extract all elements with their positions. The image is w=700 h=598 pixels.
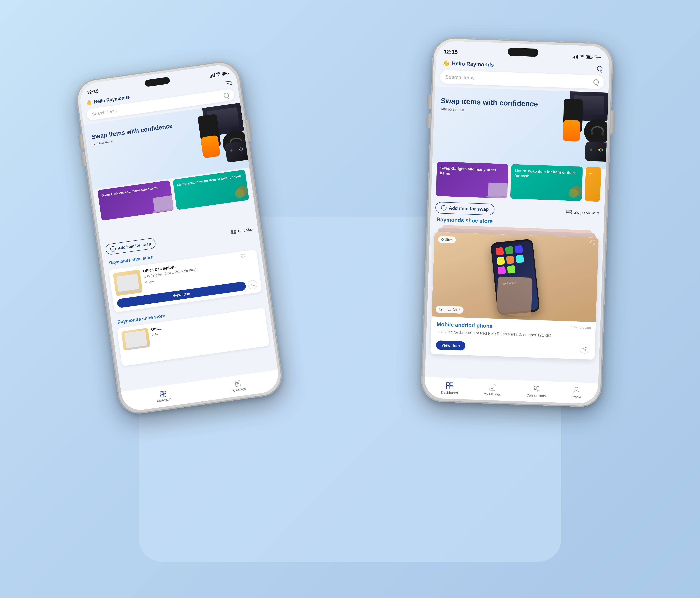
nav-dashboard-label-left: Dashboard <box>157 397 171 402</box>
power-btn-left[interactable] <box>246 119 252 140</box>
svg-line-48 <box>583 349 585 349</box>
app-icon-1 <box>495 247 504 256</box>
app-icon-7 <box>498 266 506 275</box>
bottom-nav-right: Dashboard My Listings <box>424 377 598 404</box>
svg-rect-49 <box>446 383 449 386</box>
cat-card-gadgets-right[interactable]: Swap Gadgets and many other items <box>436 161 508 199</box>
svg-rect-9 <box>231 230 233 232</box>
swap-type-badge-right: Item Cash <box>435 306 464 314</box>
signal-bars-right <box>572 55 578 59</box>
nav-listings-label-right: My Listings <box>483 392 501 396</box>
signal-bar-2 <box>211 75 212 78</box>
signal-bar-r1 <box>572 57 573 58</box>
hand-shape-right <box>497 277 532 316</box>
svg-rect-33 <box>601 131 604 136</box>
battery-icon-left <box>222 72 228 76</box>
search-text-right: Search items <box>445 74 591 85</box>
distance-text-left: 1km <box>148 280 154 283</box>
cat-card-cash-right[interactable]: List to swap item for item or item for c… <box>510 164 583 201</box>
add-swap-btn-left[interactable]: + Add item for swap <box>105 238 156 255</box>
cat-card-more-right[interactable]: ... <box>585 167 601 202</box>
swipe-view-icon-right <box>566 210 572 215</box>
svg-rect-32 <box>591 131 594 135</box>
wifi-icon-right <box>579 54 584 59</box>
status-time-right: 12:15 <box>444 49 458 55</box>
svg-point-57 <box>534 386 537 389</box>
svg-point-18 <box>251 284 252 285</box>
filter-icon-left[interactable] <box>225 80 232 86</box>
cat-img-cash-right <box>560 183 583 201</box>
status-icons-right <box>572 54 602 60</box>
hero-text-left: Swap items with confidence And lots more <box>91 122 174 146</box>
greeting-text-right: Hello Raymonds <box>452 60 494 68</box>
hero-title-right: Swap items with confidence <box>441 97 538 108</box>
svg-point-3 <box>240 147 242 149</box>
search-magnify-left <box>223 93 229 99</box>
svg-point-46 <box>582 348 583 349</box>
signal-bar-3 <box>212 74 214 77</box>
search-icon-header-right[interactable] <box>597 66 602 71</box>
status-time-left: 12:15 <box>86 88 99 95</box>
wifi-icon-left <box>216 72 221 77</box>
svg-rect-23 <box>160 394 163 397</box>
svg-point-4 <box>242 148 243 150</box>
vol-down-btn-right[interactable] <box>426 113 430 128</box>
phone-right: 12:15 <box>421 37 614 408</box>
chevron-icon-right: ▼ <box>596 211 599 215</box>
plus-circle-left: + <box>110 246 116 252</box>
nav-profile-right[interactable]: Profile <box>571 386 581 399</box>
distance-badge-right: 1km <box>438 236 456 243</box>
svg-rect-12 <box>234 232 236 234</box>
signal-bar-r4 <box>577 55 578 58</box>
svg-point-37 <box>600 151 601 152</box>
add-swap-btn-right[interactable]: + Add item for swap <box>435 202 495 215</box>
action-row-left: + Add item for swap Card view <box>105 224 254 255</box>
laptop-shape-right <box>488 183 507 197</box>
listings-icon-right <box>488 383 497 391</box>
svg-line-27 <box>236 383 239 384</box>
share-btn-swipe-right[interactable] <box>579 343 590 354</box>
vol-up-btn-left[interactable] <box>78 135 83 149</box>
svg-rect-51 <box>446 386 449 389</box>
svg-line-15 <box>146 283 146 283</box>
nav-listings-left[interactable]: My Listings <box>230 379 246 392</box>
nav-dashboard-left[interactable]: Dashboard <box>156 390 171 403</box>
hero-image-left <box>175 103 249 169</box>
signal-bar-1 <box>209 76 210 78</box>
heart-icon-left[interactable] <box>241 254 246 259</box>
svg-line-31 <box>597 59 600 59</box>
nav-connections-right[interactable]: Connections <box>526 385 546 398</box>
nav-dashboard-label-right: Dashboard <box>441 390 458 395</box>
filter-icon-right[interactable] <box>595 55 602 60</box>
share-btn-left[interactable] <box>247 280 257 290</box>
laptop-icon-left <box>116 274 139 292</box>
svg-point-59 <box>575 387 578 390</box>
svg-point-58 <box>537 386 539 388</box>
vol-up-btn-right[interactable] <box>427 94 431 109</box>
view-toggle-right[interactable]: Swipe view ▼ <box>566 210 600 216</box>
svg-line-29 <box>595 56 600 56</box>
app-icon-2 <box>505 246 514 255</box>
svg-point-36 <box>601 149 603 151</box>
hero-image-right <box>529 87 608 162</box>
card-view-label-left: Card view <box>238 227 253 233</box>
connections-icon-right <box>531 385 541 393</box>
view-item-btn-swipe-right[interactable]: View item <box>436 340 465 350</box>
filter-line-3 <box>229 84 232 85</box>
nav-dashboard-right[interactable]: Dashboard <box>441 382 458 395</box>
heart-icon-right[interactable] <box>590 240 595 246</box>
signal-bars-left <box>209 73 215 78</box>
signal-bar-4 <box>214 73 215 77</box>
greeting-emoji-right: 👋 <box>443 60 450 67</box>
phone-left: 12:15 <box>74 59 284 416</box>
distance-text-right: 1km <box>445 237 453 242</box>
nav-listings-right[interactable]: My Listings <box>483 383 501 396</box>
svg-point-38 <box>598 149 600 151</box>
svg-rect-52 <box>450 386 453 389</box>
vol-down-btn-left[interactable] <box>80 152 86 166</box>
view-toggle-left[interactable]: Card view <box>231 227 254 234</box>
hero-text-right: Swap items with confidence And lots more <box>440 97 538 114</box>
power-btn-right[interactable] <box>610 110 615 134</box>
app-icon-5 <box>506 256 515 264</box>
search-mag-right <box>597 66 602 71</box>
